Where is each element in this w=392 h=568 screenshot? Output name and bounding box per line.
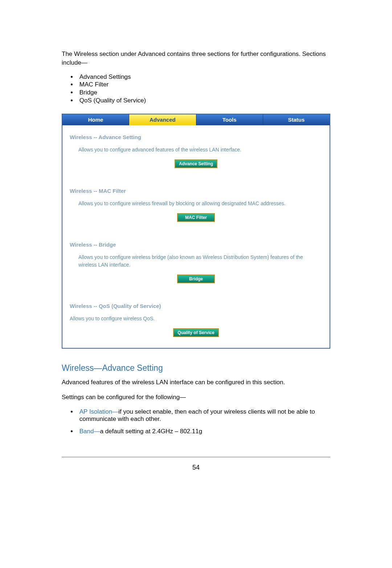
- tab-tools[interactable]: Tools: [196, 114, 263, 125]
- list-item: AP Isolation—if you select enable, then …: [77, 408, 330, 423]
- section-body: Allows you to configure wireless firewal…: [78, 200, 322, 207]
- section-body: Allows you to configure wireless QoS.: [70, 315, 322, 322]
- body-text: Advanced features of the wireless LAN in…: [62, 378, 330, 387]
- section-body: Allows you to configure wireless bridge …: [78, 253, 322, 269]
- advance-setting-button[interactable]: Advance Setting: [175, 159, 217, 168]
- list-item: Band—a default setting at 2.4GHz – 802.1…: [77, 428, 330, 435]
- section-bridge: Wireless -- Bridge Allows you to configu…: [62, 233, 330, 294]
- section-qos: Wireless -- QoS (Quality of Service) All…: [62, 294, 330, 348]
- setting-term: Band—: [79, 428, 100, 435]
- section-mac-filter: Wireless -- MAC Filter Allows you to con…: [62, 179, 330, 233]
- section-title: Wireless -- Advance Setting: [70, 134, 322, 140]
- tab-home[interactable]: Home: [62, 114, 129, 125]
- section-body: Allows you to configure advanced feature…: [78, 146, 322, 154]
- section-title: Wireless -- MAC Filter: [70, 188, 322, 194]
- list-item: Advanced Settings: [77, 73, 330, 81]
- setting-term: AP Isolation—: [79, 408, 118, 415]
- list-item: QoS (Quality of Service): [77, 97, 330, 104]
- tab-advanced[interactable]: Advanced: [129, 114, 196, 125]
- list-item: MAC Filter: [77, 81, 330, 88]
- page-number: 54: [62, 464, 330, 471]
- bridge-button[interactable]: Bridge: [177, 275, 215, 283]
- body-text: Settings can be configured for the follo…: [62, 393, 330, 402]
- list-item: Bridge: [77, 89, 330, 96]
- section-title: Wireless -- Bridge: [70, 242, 322, 248]
- section-advance-setting: Wireless -- Advance Setting Allows you t…: [62, 125, 330, 179]
- tab-status[interactable]: Status: [263, 114, 330, 125]
- mac-filter-button[interactable]: MAC Filter: [177, 213, 215, 222]
- subsection-heading: Wireless—Advance Setting: [62, 363, 330, 373]
- settings-list: AP Isolation—if you select enable, then …: [74, 408, 330, 435]
- router-panel-screenshot: Home Advanced Tools Status Wireless -- A…: [62, 114, 330, 349]
- setting-desc: a default setting at 2.4GHz – 802.11g: [100, 428, 202, 435]
- section-title: Wireless -- QoS (Quality of Service): [70, 303, 322, 309]
- intro-text: The Wireless section under Advanced cont…: [62, 50, 330, 67]
- qos-button[interactable]: Quality of Service: [173, 328, 219, 337]
- tab-bar: Home Advanced Tools Status: [62, 114, 330, 125]
- footer-rule: [62, 457, 330, 457]
- sections-list: Advanced Settings MAC Filter Bridge QoS …: [74, 73, 330, 104]
